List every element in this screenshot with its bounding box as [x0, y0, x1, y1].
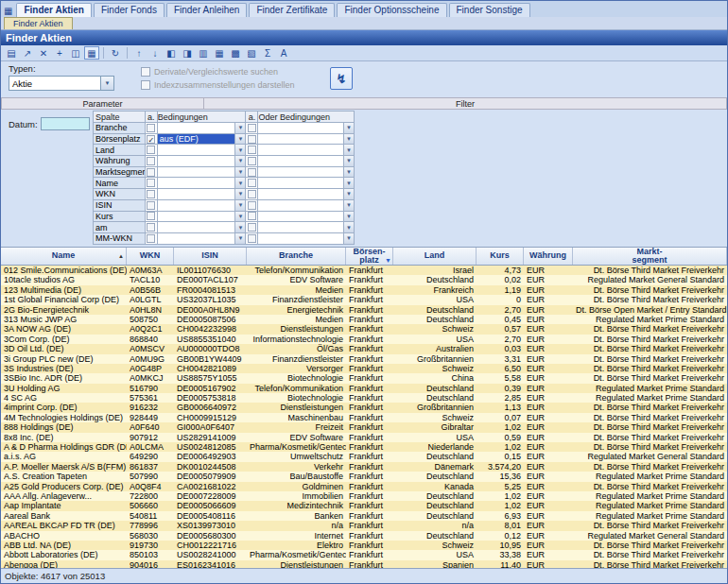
checkbox-derivate-vergleichswerte-suchen[interactable] — [141, 67, 150, 77]
and-checkbox[interactable] — [147, 212, 155, 220]
dropdown-arrow-icon[interactable]: ▼ — [343, 178, 354, 188]
bedingung-select[interactable]: ▼ — [158, 167, 246, 178]
dropdown-arrow-icon[interactable]: ▼ — [343, 145, 354, 155]
column-header-land[interactable]: Land — [393, 248, 477, 265]
table-row[interactable]: 3A NOW AG (DE)A0Q2C1CH0042232998Dienstle… — [1, 324, 727, 334]
column-header-wahrung[interactable]: Währung — [524, 248, 573, 265]
and-checkbox-2[interactable] — [248, 234, 256, 243]
table-row[interactable]: 313 Music JWP AG508750DE0005087506Medien… — [1, 315, 727, 324]
bedingung-select[interactable]: ▼ — [158, 200, 246, 211]
and-checkbox-2[interactable] — [248, 201, 256, 210]
export-icon[interactable]: ↗ — [20, 46, 35, 60]
table-row[interactable]: Aareal Bank540811DE0005408116BankenFrank… — [1, 511, 727, 521]
oder-bedingung-select[interactable]: ▼ — [258, 156, 354, 166]
dropdown-arrow-icon[interactable]: ▼ — [234, 233, 245, 244]
table-row[interactable]: AAA Allg. Anlageverw...722800DE000722800… — [1, 491, 727, 501]
and-checkbox[interactable] — [147, 124, 155, 132]
table-row[interactable]: 3Com Corp. (DE)868840US8855351040Informa… — [1, 335, 727, 344]
bedingung-select[interactable]: ▼ — [158, 156, 246, 166]
table-row[interactable]: A.S. Creation Tapeten507990DE0005079909B… — [1, 472, 727, 481]
dropdown-arrow-icon[interactable]: ▼ — [234, 145, 245, 155]
column-header-branche[interactable]: Branche — [247, 248, 346, 265]
column-header-wkn[interactable]: WKN — [127, 248, 174, 265]
oder-bedingung-select[interactable]: ▼ — [258, 200, 354, 211]
table-row[interactable]: Abengoa (DE)904016ES0162341016Dienstleis… — [1, 560, 727, 568]
sort-ascending-icon[interactable]: ↑ — [131, 46, 147, 60]
dropdown-arrow-icon[interactable]: ▼ — [343, 233, 354, 244]
table-row[interactable]: 2G Bio-EnergietechnikA0HL8NDE000A0HL8N9E… — [1, 305, 727, 315]
and-checkbox[interactable] — [147, 168, 155, 177]
column-right-icon[interactable]: ▥ — [196, 46, 211, 60]
dropdown-arrow-icon[interactable]: ▼ — [343, 123, 354, 133]
bedingung-select[interactable]: ▼ — [158, 189, 246, 199]
layout-icon[interactable]: ◫ — [68, 46, 83, 60]
chevron-down-icon[interactable]: ▼ — [100, 77, 113, 90]
table-row[interactable]: 4M Technologies Holdings (DE)928449CH000… — [1, 413, 727, 422]
tab-finder-anleihen[interactable]: Finder Anleihen — [166, 3, 248, 17]
and-checkbox-2[interactable] — [248, 190, 256, 198]
table-row[interactable]: 4imprint Corp. (DE)916232GB0006640972Die… — [1, 403, 727, 412]
bedingung-select[interactable]: ▼ — [158, 145, 246, 155]
table-row[interactable]: A.P. Moeller Maersk A/S B(FFM)861837DK00… — [1, 462, 727, 472]
and-checkbox[interactable] — [147, 234, 155, 243]
bedingung-select[interactable]: ▼ — [158, 123, 246, 133]
bedingung-select[interactable]: ▼ — [158, 222, 246, 232]
and-checkbox-2[interactable] — [248, 124, 256, 132]
table-row[interactable]: 888 Holdings (DE)A0F640GI000A0F6407Freiz… — [1, 422, 727, 432]
oder-bedingung-select[interactable]: ▼ — [258, 134, 354, 145]
subtab-finder-aktien[interactable]: Finder Aktien — [4, 17, 73, 29]
oder-bedingung-select[interactable]: ▼ — [258, 145, 354, 155]
typen-select[interactable]: Aktie ▼ — [9, 76, 114, 91]
dropdown-arrow-icon[interactable]: ▼ — [234, 156, 245, 166]
dropdown-arrow-icon[interactable]: ▼ — [343, 167, 354, 178]
new-icon[interactable]: + — [52, 46, 67, 60]
dropdown-arrow-icon[interactable]: ▼ — [234, 134, 245, 145]
column-header-markt-segment[interactable]: Markt- segment — [573, 248, 727, 265]
dropdown-arrow-icon[interactable]: ▼ — [234, 222, 245, 232]
tab-finder-optionsscheine[interactable]: Finder Optionsscheine — [337, 3, 446, 17]
and-checkbox-2[interactable] — [248, 157, 256, 165]
dropdown-arrow-icon[interactable]: ▼ — [234, 200, 245, 211]
and-checkbox-2[interactable] — [248, 212, 256, 220]
oder-bedingung-select[interactable]: ▼ — [258, 178, 354, 188]
tab-finder-sonstige[interactable]: Finder Sonstige — [449, 3, 530, 17]
table-icon[interactable]: ▦ — [212, 46, 227, 60]
dropdown-arrow-icon[interactable]: ▼ — [343, 189, 354, 199]
dropdown-arrow-icon[interactable]: ▼ — [234, 123, 245, 133]
column-header-kurs[interactable]: Kurs — [477, 248, 524, 265]
and-checkbox[interactable] — [147, 179, 155, 187]
table-row[interactable]: 4 SC AG575361DE0005753818BiotechnologieF… — [1, 393, 727, 403]
dropdown-arrow-icon[interactable]: ▼ — [234, 167, 245, 178]
table-row[interactable]: 8x8 Inc. (DE)907912US2829141009EDV Softw… — [1, 433, 727, 442]
and-checkbox[interactable] — [147, 223, 155, 232]
dropdown-arrow-icon[interactable]: ▼ — [343, 222, 354, 232]
oder-bedingung-select[interactable]: ▼ — [258, 189, 354, 199]
refresh-icon[interactable]: ↻ — [108, 46, 123, 60]
table-row[interactable]: AAREAL BKCAP FD TR (DE)778996XS013997301… — [1, 521, 727, 530]
table-row[interactable]: 3U Holding AG516790DE0005167902Telefon/K… — [1, 384, 727, 393]
column-filter-icon[interactable]: ▼ — [385, 257, 391, 264]
tab-finder-fonds[interactable]: Finder Fonds — [94, 3, 165, 17]
dropdown-arrow-icon[interactable]: ▼ — [343, 134, 354, 145]
table-row[interactable]: 10tacle studios AGTACL10DE000TACL107EDV … — [1, 275, 727, 284]
table-row[interactable]: ABB Ltd. NA (DE)919730CH0012221716Elektr… — [1, 541, 727, 550]
oder-bedingung-select[interactable]: ▼ — [258, 233, 354, 244]
oder-bedingung-select[interactable]: ▼ — [258, 123, 354, 133]
table-row[interactable]: A25 Gold Producers Corp. (DE)A0Q8F4CA002… — [1, 482, 727, 491]
and-checkbox[interactable] — [147, 146, 155, 154]
tab-finder-aktien[interactable]: Finder Aktien — [16, 3, 92, 17]
filter-icon[interactable]: ▦ — [84, 46, 99, 60]
tab-finder-zertifikate[interactable]: Finder Zertifikate — [249, 3, 335, 17]
font-icon[interactable]: A — [276, 46, 291, 60]
save-icon[interactable]: ▤ — [4, 46, 19, 60]
bedingung-select[interactable]: ▼ — [158, 233, 246, 244]
datum-input[interactable] — [41, 117, 90, 130]
bedingung-select[interactable]: ▼ — [158, 212, 246, 222]
dropdown-arrow-icon[interactable]: ▼ — [343, 212, 354, 222]
delete-icon[interactable]: ✕ — [36, 46, 51, 60]
dropdown-arrow-icon[interactable]: ▼ — [343, 200, 354, 211]
table-row[interactable]: 1st Global Financial Corp (DE)A0LGTLUS32… — [1, 295, 727, 304]
table-row[interactable]: 3SBio Inc. ADR (DE)A0MKCJUS88575Y1055Bio… — [1, 373, 727, 383]
table-row[interactable]: A & D Pharma Holdings GDR (DE)A0LCMAUS00… — [1, 442, 727, 452]
and-checkbox[interactable] — [147, 201, 155, 210]
